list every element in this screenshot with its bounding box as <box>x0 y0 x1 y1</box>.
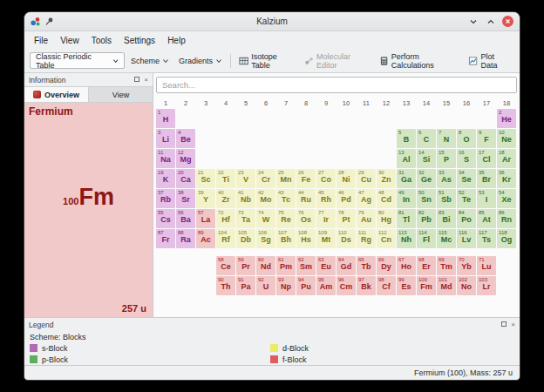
element-S[interactable]: 16S <box>457 149 476 168</box>
close-button[interactable] <box>502 16 513 27</box>
element-Zr[interactable]: 40Zr <box>216 189 235 208</box>
menu-help[interactable]: Help <box>161 34 192 47</box>
element-Hg[interactable]: 80Hg <box>377 209 396 228</box>
gradients-button[interactable]: Gradients <box>175 54 226 68</box>
element-Hs[interactable]: 108Hs <box>296 229 316 248</box>
element-Fe[interactable]: 26Fe <box>296 169 316 188</box>
element-Es[interactable]: 99Es <box>397 276 416 295</box>
element-Bh[interactable]: 107Bh <box>276 229 296 248</box>
element-Fm[interactable]: 100Fm <box>417 276 436 295</box>
element-Sm[interactable]: 62Sm <box>296 256 316 275</box>
element-Rg[interactable]: 111Rg <box>357 229 376 248</box>
element-Np[interactable]: 93Np <box>276 276 296 295</box>
element-Ar[interactable]: 18Ar <box>497 149 516 168</box>
element-Sg[interactable]: 106Sg <box>256 229 275 248</box>
element-Pd[interactable]: 46Pd <box>337 189 356 208</box>
element-Cs[interactable]: 55Cs <box>156 209 175 228</box>
element-Ne[interactable]: 10Ne <box>497 129 516 148</box>
element-Nd[interactable]: 60Nd <box>256 256 275 275</box>
menu-tools[interactable]: Tools <box>85 34 118 47</box>
element-He[interactable]: 2He <box>497 109 516 128</box>
element-Fl[interactable]: 114Fl <box>417 229 436 248</box>
element-Ru[interactable]: 44Ru <box>296 189 316 208</box>
element-Sr[interactable]: 38Sr <box>176 189 195 208</box>
element-Mg[interactable]: 12Mg <box>176 149 195 168</box>
element-Lu[interactable]: 71Lu <box>477 256 496 275</box>
element-Ti[interactable]: 22Ti <box>216 169 235 188</box>
element-Br[interactable]: 35Br <box>477 169 496 188</box>
dock-close-icon[interactable]: × <box>511 321 515 328</box>
element-Pt[interactable]: 78Pt <box>337 209 356 228</box>
element-Eu[interactable]: 63Eu <box>316 256 336 275</box>
element-Hf[interactable]: 72Hf <box>216 209 235 228</box>
element-As[interactable]: 33As <box>437 169 456 188</box>
element-Fr[interactable]: 87Fr <box>156 229 175 248</box>
element-Cm[interactable]: 96Cm <box>337 276 356 295</box>
tab-view[interactable]: View <box>89 87 153 102</box>
element-Al[interactable]: 13Al <box>397 149 416 168</box>
element-Te[interactable]: 52Te <box>457 189 476 208</box>
element-Am[interactable]: 95Am <box>316 276 336 295</box>
element-Y[interactable]: 39Y <box>196 189 215 208</box>
element-Cr[interactable]: 24Cr <box>256 169 275 188</box>
titlebar[interactable]: Kalzium <box>24 12 520 31</box>
maximize-button[interactable] <box>485 16 496 27</box>
element-Ta[interactable]: 73Ta <box>236 209 255 228</box>
element-Pu[interactable]: 94Pu <box>296 276 316 295</box>
table-type-select[interactable]: Classic Periodic Table <box>30 52 125 69</box>
element-U[interactable]: 92U <box>256 276 275 295</box>
element-Rf[interactable]: 104Rf <box>216 229 235 248</box>
molecular-editor-button[interactable]: Molecular Editor <box>301 50 373 72</box>
element-Er[interactable]: 68Er <box>417 256 436 275</box>
tab-overview[interactable]: Overview <box>24 87 89 102</box>
element-Ga[interactable]: 31Ga <box>397 169 416 188</box>
element-Md[interactable]: 101Md <box>437 276 456 295</box>
element-Yb[interactable]: 70Yb <box>457 256 476 275</box>
menu-file[interactable]: File <box>28 34 54 47</box>
element-V[interactable]: 23V <box>236 169 255 188</box>
element-Ra[interactable]: 88Ra <box>176 229 195 248</box>
element-In[interactable]: 49In <box>397 189 416 208</box>
element-Cu[interactable]: 29Cu <box>357 169 376 188</box>
dock-close-icon[interactable]: × <box>144 77 148 84</box>
element-Pr[interactable]: 59Pr <box>236 256 255 275</box>
dock-float-icon[interactable] <box>501 321 507 328</box>
element-Re[interactable]: 75Re <box>276 209 296 228</box>
element-Os[interactable]: 76Os <box>296 209 316 228</box>
element-Sc[interactable]: 21Sc <box>196 169 215 188</box>
element-Ag[interactable]: 47Ag <box>357 189 376 208</box>
element-Be[interactable]: 4Be <box>176 129 195 148</box>
element-Bi[interactable]: 83Bi <box>437 209 456 228</box>
element-Sb[interactable]: 51Sb <box>437 189 456 208</box>
element-Th[interactable]: 90Th <box>216 276 235 295</box>
element-Tl[interactable]: 81Tl <box>397 209 416 228</box>
element-Po[interactable]: 84Po <box>457 209 476 228</box>
isotope-table-button[interactable]: Isotope Table <box>235 50 298 72</box>
element-Mc[interactable]: 115Mc <box>437 229 456 248</box>
element-N[interactable]: 7N <box>437 129 456 148</box>
element-Rh[interactable]: 45Rh <box>316 189 336 208</box>
plot-data-button[interactable]: Plot Data <box>465 50 514 72</box>
scheme-button[interactable]: Scheme <box>127 54 173 68</box>
element-Cl[interactable]: 17Cl <box>477 149 496 168</box>
element-Ca[interactable]: 20Ca <box>176 169 195 188</box>
element-Mn[interactable]: 25Mn <box>276 169 296 188</box>
element-Rn[interactable]: 86Rn <box>497 209 516 228</box>
search-input[interactable] <box>156 77 517 93</box>
element-At[interactable]: 85At <box>477 209 496 228</box>
element-Pa[interactable]: 91Pa <box>236 276 255 295</box>
element-Li[interactable]: 3Li <box>156 129 175 148</box>
element-Lv[interactable]: 116Lv <box>457 229 476 248</box>
element-Si[interactable]: 14Si <box>417 149 436 168</box>
element-Ni[interactable]: 28Ni <box>337 169 356 188</box>
dock-float-icon[interactable] <box>134 77 139 84</box>
menu-settings[interactable]: Settings <box>118 34 161 47</box>
element-Rb[interactable]: 37Rb <box>156 189 175 208</box>
element-Nb[interactable]: 41Nb <box>236 189 255 208</box>
element-Na[interactable]: 11Na <box>156 149 175 168</box>
element-Zn[interactable]: 30Zn <box>377 169 396 188</box>
element-Tc[interactable]: 43Tc <box>276 189 296 208</box>
element-Og[interactable]: 118Og <box>497 229 516 248</box>
element-Pb[interactable]: 82Pb <box>417 209 436 228</box>
element-Lr[interactable]: 103Lr <box>477 276 496 295</box>
